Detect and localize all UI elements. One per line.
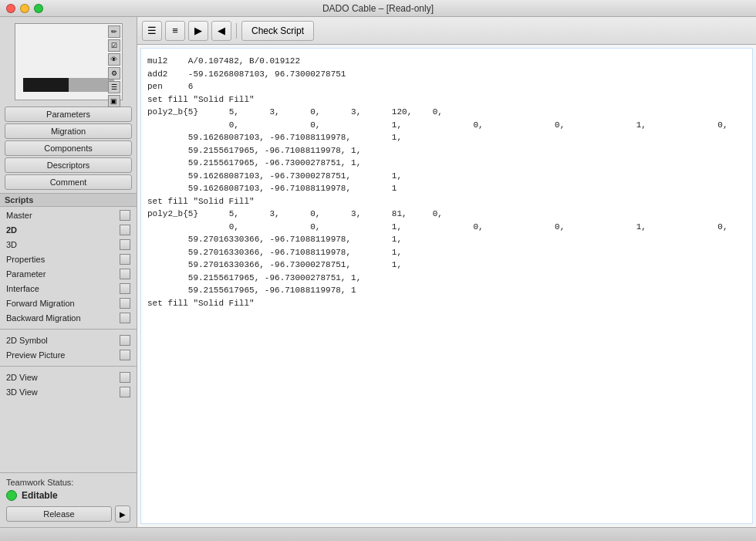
- nav-section: Parameters Migration Components Descript…: [0, 103, 137, 193]
- app-container: ✏ ☑ 👁 ⚙ ☰ ▣ Parameters Migration Compone…: [0, 17, 756, 541]
- teamwork-section: Teamwork Status: Editable Release ▶: [0, 472, 137, 527]
- release-row: Release ▶: [6, 505, 130, 522]
- script-item-interface[interactable]: Interface: [5, 282, 132, 296]
- script-item-forward-migration[interactable]: Forward Migration: [5, 296, 132, 310]
- nav-components[interactable]: Components: [5, 140, 132, 156]
- script-item-3d[interactable]: 3D: [5, 238, 132, 252]
- script-item-master[interactable]: Master: [5, 208, 132, 222]
- script-item-3d-view[interactable]: 3D View: [5, 385, 132, 399]
- preview-black: [23, 78, 69, 92]
- sidebar: ✏ ☑ 👁 ⚙ ☰ ▣ Parameters Migration Compone…: [0, 17, 137, 527]
- script-item-backward-migration[interactable]: Backward Migration: [5, 311, 132, 325]
- scripts-header: Scripts: [0, 193, 137, 207]
- list-icon[interactable]: ☰: [108, 81, 120, 93]
- release-button[interactable]: Release: [6, 506, 112, 522]
- content-toolbar: ☰ ≡ ▶ ◀ Check Script: [137, 17, 756, 45]
- script-expand-icon[interactable]: [120, 313, 130, 323]
- content-area: ☰ ≡ ▶ ◀ Check Script mul2 A/0.107482, B/…: [137, 17, 756, 527]
- film-icon[interactable]: ▣: [108, 95, 120, 107]
- teamwork-status: Editable: [6, 490, 130, 501]
- script-expand-icon[interactable]: [120, 387, 130, 397]
- nav-parameters[interactable]: Parameters: [5, 107, 132, 122]
- script-expand-icon[interactable]: [120, 225, 130, 235]
- sidebar-toolbar-icons: ✏ ☑ 👁 ⚙ ☰ ▣: [108, 25, 120, 107]
- window-title: DADO Cable – [Read-only]: [322, 3, 434, 14]
- script-item-2d[interactable]: 2D: [5, 223, 132, 237]
- script-item-2d-view[interactable]: 2D View: [5, 370, 132, 384]
- window-controls: [6, 4, 43, 13]
- toolbar-list-btn[interactable]: ☰: [142, 21, 162, 41]
- toolbar-separator: [236, 23, 237, 39]
- sidebar-separator-2: [0, 366, 137, 367]
- preview-area: ✏ ☑ 👁 ⚙ ☰ ▣: [15, 23, 123, 100]
- script-expand-icon[interactable]: [120, 298, 130, 309]
- main-area: ✏ ☑ 👁 ⚙ ☰ ▣ Parameters Migration Compone…: [0, 17, 756, 527]
- minimize-button[interactable]: [20, 4, 29, 13]
- list-icon: ☰: [147, 25, 157, 36]
- script-item-properties[interactable]: Properties: [5, 252, 132, 266]
- teamwork-editable: Editable: [22, 490, 58, 501]
- script-item-2d-symbol[interactable]: 2D Symbol: [5, 333, 132, 347]
- titlebar: DADO Cable – [Read-only]: [0, 0, 756, 17]
- status-dot-green: [6, 490, 17, 501]
- script-items: Master 2D 3D Properties Parameter: [0, 207, 137, 326]
- gear-icon[interactable]: ⚙: [108, 67, 120, 79]
- indent-icon: ▶: [194, 25, 202, 36]
- outdent-icon: ◀: [218, 25, 225, 36]
- preview-color-bar: [23, 78, 114, 92]
- symbol-items: 2D Symbol Preview Picture: [0, 332, 137, 363]
- script-expand-icon[interactable]: [120, 254, 130, 265]
- view-items: 2D View 3D View: [0, 369, 137, 401]
- eye-icon[interactable]: 👁: [108, 53, 120, 66]
- script-item-preview-picture[interactable]: Preview Picture: [5, 348, 132, 362]
- check-script-button[interactable]: Check Script: [241, 21, 314, 41]
- pencil-icon[interactable]: ✏: [108, 25, 120, 38]
- script-expand-icon[interactable]: [120, 372, 130, 383]
- toolbar-indent-btn[interactable]: ▶: [188, 21, 208, 41]
- toolbar-lines-btn[interactable]: ≡: [165, 21, 185, 41]
- nav-migration[interactable]: Migration: [5, 123, 132, 139]
- script-expand-icon[interactable]: [120, 283, 130, 294]
- toolbar-outdent-btn[interactable]: ◀: [211, 21, 231, 41]
- check-icon[interactable]: ☑: [108, 39, 120, 52]
- close-button[interactable]: [6, 4, 15, 13]
- script-expand-icon[interactable]: [120, 239, 130, 250]
- nav-comment[interactable]: Comment: [5, 174, 132, 190]
- code-editor[interactable]: mul2 A/0.107482, B/0.019122 add2 -59.162…: [140, 48, 753, 524]
- sidebar-separator-1: [0, 329, 137, 330]
- status-bar: [0, 527, 756, 541]
- script-expand-icon[interactable]: [120, 350, 130, 360]
- maximize-button[interactable]: [34, 4, 43, 13]
- script-item-parameter[interactable]: Parameter: [5, 267, 132, 281]
- release-arrow-button[interactable]: ▶: [115, 505, 130, 522]
- teamwork-label: Teamwork Status:: [6, 478, 130, 487]
- script-expand-icon[interactable]: [120, 269, 130, 279]
- script-expand-icon[interactable]: [120, 210, 130, 221]
- lines-icon: ≡: [172, 25, 178, 36]
- nav-descriptors[interactable]: Descriptors: [5, 157, 132, 173]
- script-expand-icon[interactable]: [120, 335, 130, 346]
